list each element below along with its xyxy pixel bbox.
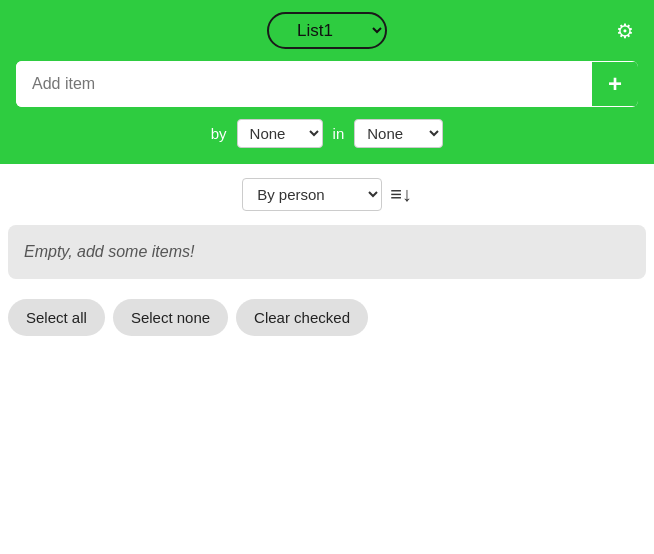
empty-message-text: Empty, add some items! <box>24 243 194 260</box>
header: List1 List2 List3 ⚙ + by None Person Dat… <box>0 0 654 164</box>
select-none-label: Select none <box>131 309 210 326</box>
clear-checked-label: Clear checked <box>254 309 350 326</box>
select-all-button[interactable]: Select all <box>8 299 105 336</box>
sort-direction-icon: ≡↓ <box>390 183 412 205</box>
clear-checked-button[interactable]: Clear checked <box>236 299 368 336</box>
filter-by-label: by <box>211 125 227 142</box>
add-item-input[interactable] <box>16 61 592 107</box>
action-buttons: Select all Select none Clear checked <box>0 291 654 344</box>
plus-icon: + <box>608 70 622 97</box>
select-all-label: Select all <box>26 309 87 326</box>
filter-by-select[interactable]: None Person Date <box>237 119 323 148</box>
sort-direction-button[interactable]: ≡↓ <box>390 183 412 206</box>
add-item-button[interactable]: + <box>592 62 638 106</box>
header-top: List1 List2 List3 ⚙ <box>16 12 638 49</box>
filter-row: by None Person Date in None Group1 Group… <box>16 119 638 148</box>
list-select[interactable]: List1 List2 List3 <box>267 12 387 49</box>
sort-row: By person By date By name ≡↓ <box>0 164 654 225</box>
filter-in-select[interactable]: None Group1 Group2 <box>354 119 443 148</box>
sort-select[interactable]: By person By date By name <box>242 178 382 211</box>
select-none-button[interactable]: Select none <box>113 299 228 336</box>
empty-message: Empty, add some items! <box>8 225 646 279</box>
gear-button[interactable]: ⚙ <box>612 15 638 47</box>
filter-in-label: in <box>333 125 345 142</box>
add-item-row: + <box>16 61 638 107</box>
gear-icon: ⚙ <box>616 20 634 42</box>
